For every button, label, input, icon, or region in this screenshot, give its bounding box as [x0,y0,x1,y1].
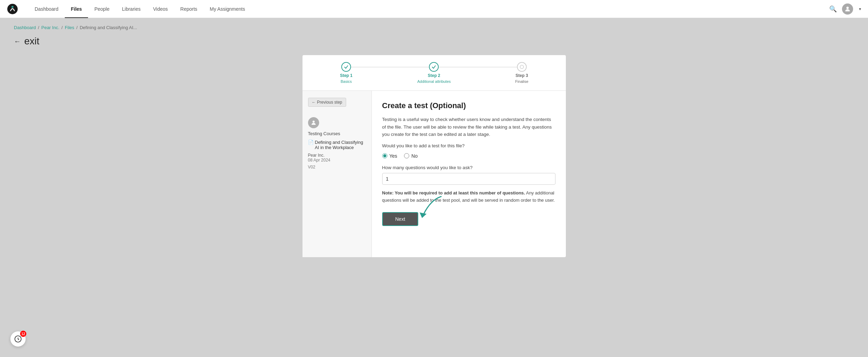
nav-videos[interactable]: Videos [147,0,174,18]
breadcrumb-current: Defining and Classifying AI... [80,25,137,30]
step-1-label: Step 1 [340,73,352,78]
svg-point-3 [520,65,524,69]
step-1-circle [341,62,351,72]
file-icon: 📄 [308,140,314,145]
notification-badge[interactable]: 12 [10,331,26,347]
step-1: Step 1 Basics [303,62,390,84]
file-info: Testing Courses 📄 Defining and Classifyi… [308,117,366,169]
back-button[interactable]: ← [14,37,21,45]
exit-title: exit [24,36,40,47]
how-many-label: How many questions would you like to ask… [382,165,555,170]
nav-my-assignments[interactable]: My Assignments [203,0,251,18]
exit-header: ← exit [14,36,854,47]
note-text: Note: You will be required to add at lea… [382,190,555,204]
yes-no-radio-group: Yes No [382,153,555,159]
svg-point-4 [313,121,315,123]
app-logo[interactable] [7,3,18,15]
file-org: Pear Inc. [308,153,366,158]
previous-step-button[interactable]: ← Previous step [308,98,346,107]
page-content: Dashboard / Pear Inc. / Files / Defining… [0,18,868,357]
file-owner: Testing Courses [308,131,366,136]
step-2-sublabel: Additional attributes [417,79,451,84]
breadcrumb-sep2: / [61,25,63,30]
file-name: 📄 Defining and Classifying AI in the Wor… [308,140,366,150]
radio-yes-label: Yes [389,153,397,159]
left-panel: ← Previous step Testing Courses 📄 Defini… [303,91,372,257]
svg-marker-5 [420,212,427,218]
create-test-title: Create a test (Optional) [382,101,555,110]
next-button[interactable]: Next [382,212,419,226]
notification-count: 12 [20,331,26,337]
nav-search-area: 🔍 ▾ [829,3,861,15]
nav-reports[interactable]: Reports [174,0,203,18]
next-button-area: Next [382,212,419,226]
radio-no-option[interactable]: No [404,153,418,159]
steps-indicator: Step 1 Basics Step 2 Additional attribut… [303,55,566,91]
nav-dashboard[interactable]: Dashboard [28,0,65,18]
nav-people[interactable]: People [88,0,116,18]
radio-no-input[interactable] [404,153,409,158]
nav-libraries[interactable]: Libraries [116,0,147,18]
svg-point-1 [11,6,14,8]
breadcrumb: Dashboard / Pear Inc. / Files / Defining… [14,25,854,30]
step-2-label: Step 2 [428,73,440,78]
user-avatar[interactable] [842,3,853,15]
svg-point-2 [847,7,849,9]
radio-yes-input[interactable] [382,153,387,158]
breadcrumb-dashboard[interactable]: Dashboard [14,25,36,30]
radio-yes-option[interactable]: Yes [382,153,397,159]
note-bold: Note: You will be required to add at lea… [382,190,525,195]
radio-no-label: No [411,153,418,159]
owner-avatar [308,117,319,128]
right-panel: Create a test (Optional) Testing is a us… [372,91,566,257]
search-button[interactable]: 🔍 [829,5,837,13]
step-1-sublabel: Basics [341,79,352,84]
step-3-label: Step 3 [516,73,528,78]
step-3-circle [517,62,527,72]
questions-count-input[interactable] [382,173,555,185]
top-navigation: Dashboard Files People Libraries Videos … [0,0,868,18]
file-date: 08 Apr 2024 [308,158,366,163]
step-2: Step 2 Additional attributes [390,62,478,84]
add-test-question: Would you like to add a test for this fi… [382,143,555,148]
breadcrumb-sep1: / [38,25,40,30]
nav-files[interactable]: Files [65,0,88,18]
user-dropdown-button[interactable]: ▾ [859,7,861,11]
breadcrumb-pear[interactable]: Pear Inc. [41,25,59,30]
main-layout: ← Previous step Testing Courses 📄 Defini… [303,91,566,257]
step-3: Step 3 Finalise [478,62,565,84]
breadcrumb-sep3: / [76,25,78,30]
step-3-sublabel: Finalise [515,79,528,84]
file-version: V02 [308,165,366,169]
step-2-circle [429,62,439,72]
breadcrumb-files[interactable]: Files [65,25,74,30]
description-text: Testing is a useful way to check whether… [382,116,555,138]
nav-links: Dashboard Files People Libraries Videos … [28,0,829,18]
